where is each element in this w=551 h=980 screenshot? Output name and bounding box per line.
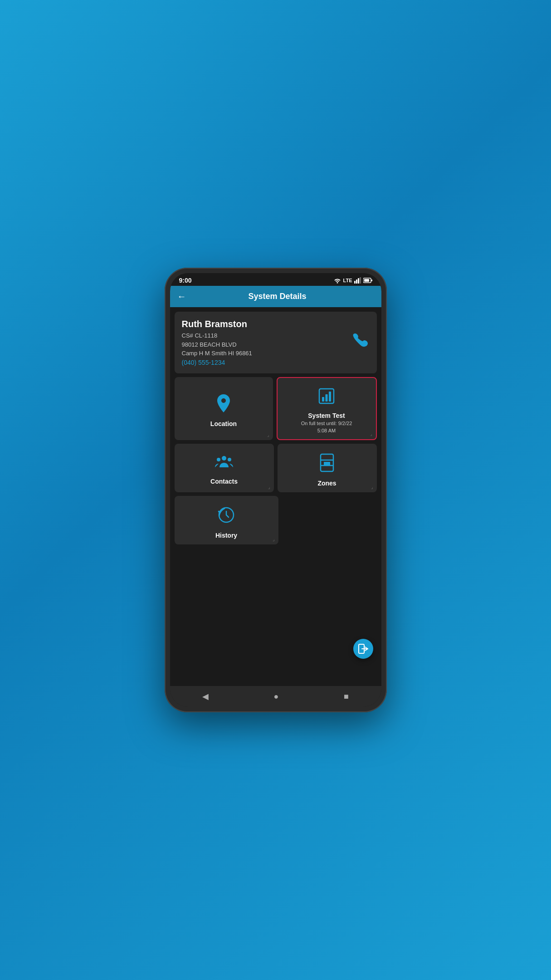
- nav-bar: ◀ ● ■: [170, 686, 381, 707]
- contacts-icon: [214, 455, 234, 475]
- history-tile[interactable]: History ⌟: [175, 496, 278, 544]
- phone-frame: 9:00 LTE: [165, 268, 387, 712]
- main-content: Ruth Bramston CS# CL-1118 98012 BEACH BL…: [170, 307, 381, 686]
- status-time: 9:00: [179, 277, 192, 284]
- header-title: System Details: [192, 292, 363, 301]
- system-test-corner: ⌟: [370, 431, 372, 436]
- contact-name: Ruth Bramston: [182, 319, 252, 329]
- zones-icon: [319, 453, 335, 477]
- tile-row-2: Contacts ⌟ Zones ⌟: [175, 444, 377, 492]
- status-icons: LTE: [333, 277, 372, 284]
- zones-label: Zones: [317, 480, 336, 487]
- contact-address1: 98012 BEACH BLVD: [182, 340, 252, 349]
- history-corner: ⌟: [273, 537, 275, 542]
- lte-label: LTE: [343, 278, 352, 283]
- location-corner: ⌟: [267, 432, 269, 437]
- contact-address2: Camp H M Smith HI 96861: [182, 349, 252, 358]
- status-bar: 9:00 LTE: [170, 273, 381, 286]
- system-test-icon: [317, 387, 336, 409]
- system-test-tile[interactable]: System Test On full test until: 9/2/22 5…: [277, 377, 377, 441]
- contact-info: Ruth Bramston CS# CL-1118 98012 BEACH BL…: [182, 319, 252, 366]
- system-test-label: System Test: [308, 412, 345, 419]
- battery-icon: [363, 278, 372, 283]
- contacts-label: Contacts: [210, 478, 238, 485]
- svg-point-11: [222, 456, 226, 461]
- contacts-corner: ⌟: [268, 485, 270, 490]
- wifi-icon: [333, 277, 341, 284]
- location-label: Location: [210, 420, 237, 427]
- svg-rect-1: [356, 279, 357, 284]
- tile-row-3: History ⌟: [175, 496, 377, 544]
- svg-point-13: [228, 458, 231, 461]
- svg-rect-6: [371, 279, 372, 281]
- zones-corner: ⌟: [371, 485, 373, 490]
- call-icon[interactable]: [351, 332, 370, 353]
- history-label: History: [215, 532, 237, 539]
- history-icon: [216, 505, 236, 529]
- nav-home-button[interactable]: ●: [274, 692, 279, 701]
- svg-rect-10: [329, 392, 331, 402]
- svg-point-12: [217, 458, 220, 461]
- svg-rect-5: [364, 279, 369, 282]
- svg-rect-3: [360, 277, 361, 284]
- contact-phone[interactable]: (040) 555-1234: [182, 359, 252, 366]
- location-icon: [215, 393, 233, 417]
- svg-rect-17: [324, 462, 330, 466]
- nav-recent-button[interactable]: ■: [344, 692, 349, 701]
- tile-row-1: Location ⌟ System Test On full test unti…: [175, 377, 377, 441]
- nav-back-button[interactable]: ◀: [202, 691, 209, 701]
- empty-tile-placeholder: [282, 496, 377, 544]
- contact-card: Ruth Bramston CS# CL-1118 98012 BEACH BL…: [175, 312, 377, 373]
- fab-button[interactable]: [353, 639, 373, 659]
- svg-rect-2: [358, 278, 359, 284]
- phone-screen: 9:00 LTE: [170, 273, 381, 707]
- svg-rect-8: [322, 397, 324, 402]
- system-test-sub1: On full test until: 9/2/22: [301, 420, 352, 426]
- zones-tile[interactable]: Zones ⌟: [278, 444, 377, 492]
- fab-exit-icon: [357, 643, 369, 655]
- svg-rect-9: [326, 394, 328, 402]
- location-tile[interactable]: Location ⌟: [175, 377, 273, 441]
- signal-icon: [354, 277, 361, 284]
- contacts-tile[interactable]: Contacts ⌟: [175, 444, 274, 492]
- svg-rect-0: [354, 281, 356, 284]
- contact-cs: CS# CL-1118: [182, 331, 252, 340]
- back-button[interactable]: ←: [177, 291, 186, 302]
- system-test-sub2: 5:08 AM: [317, 427, 336, 434]
- app-header: ← System Details: [170, 286, 381, 307]
